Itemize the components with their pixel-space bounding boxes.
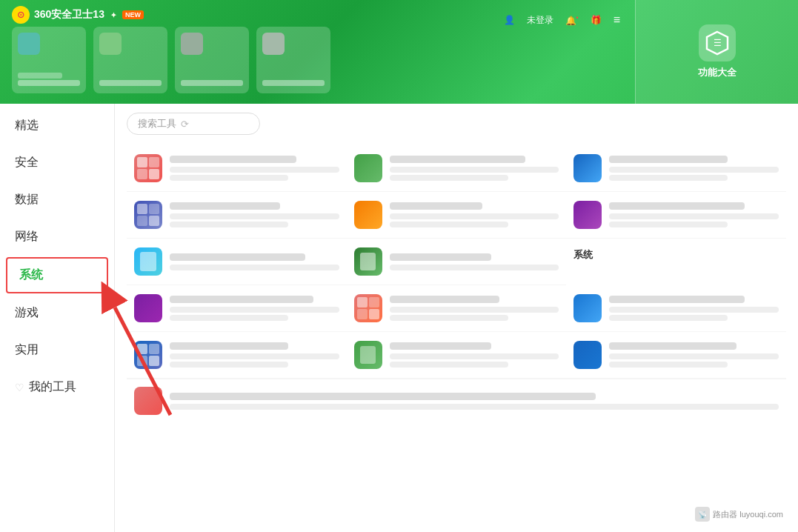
thumb-strip2-1 <box>18 73 62 79</box>
tool-item-3[interactable] <box>566 145 786 192</box>
app-title: 360安全卫士13 <box>34 8 104 21</box>
feature-label: 功能大全 <box>698 66 737 79</box>
bell-icon[interactable]: 🔔• <box>565 14 579 26</box>
header-nav-icons: 👤 未登录 🔔• 🎁 ≡ <box>504 13 621 27</box>
tool-item-9[interactable] <box>127 285 347 332</box>
tool-text-5 <box>390 202 559 227</box>
tool-text-13 <box>390 342 559 368</box>
tool-item-2[interactable] <box>347 145 567 192</box>
thumb-strip-1 <box>18 80 80 86</box>
tool-text-6 <box>609 202 779 227</box>
bottom-item-text <box>170 393 779 410</box>
watermark-text: 路由器 luyouqi.com <box>713 509 783 520</box>
xitong-label: 系统 <box>19 267 43 283</box>
tool-text-7 <box>170 253 339 270</box>
user-icon[interactable]: 👤 <box>504 15 515 25</box>
tool-item-11[interactable] <box>566 285 786 332</box>
header: ⊙ 360安全卫士13 ✦ NEW 👤 未登录 🔔• 🎁 ≡ <box>0 0 798 104</box>
login-text[interactable]: 未登录 <box>527 14 553 27</box>
header-thumb-4[interactable] <box>256 27 330 93</box>
menu-icon[interactable]: ≡ <box>614 13 620 27</box>
sidebar: 精选 安全 数据 网络 系统 游戏 实用 ♡ 我的工具 <box>0 104 115 532</box>
heart-icon: ♡ <box>15 382 24 393</box>
tool-text-11 <box>609 296 779 321</box>
tool-item-1[interactable] <box>127 145 347 192</box>
search-icon: ⟳ <box>181 119 189 130</box>
sidebar-item-anquan[interactable]: 安全 <box>0 144 114 182</box>
tool-text-2 <box>390 156 559 181</box>
thumb-icon-2 <box>99 33 122 55</box>
section-divider: 系统 <box>566 239 786 285</box>
shiyong-label: 实用 <box>15 342 39 358</box>
tool-item-13[interactable] <box>347 332 567 379</box>
tool-item-10[interactable] <box>347 285 567 332</box>
wangluo-label: 网络 <box>15 229 39 245</box>
gift-icon[interactable]: 🎁 <box>591 15 602 25</box>
search-bar: 搜索工具 ⟳ <box>127 113 786 135</box>
header-content <box>0 27 635 93</box>
tool-item-12[interactable] <box>127 332 347 379</box>
tool-item-5[interactable] <box>347 192 567 239</box>
tool-text-8 <box>390 253 559 270</box>
main-area: 精选 安全 数据 网络 系统 游戏 实用 ♡ 我的工具 <box>0 104 798 532</box>
header-thumb-3[interactable] <box>175 27 249 93</box>
anquan-label: 安全 <box>15 155 39 170</box>
tool-text-3 <box>609 156 779 181</box>
thumb-icon-1 <box>18 33 40 55</box>
header-thumb-1[interactable] <box>12 27 86 93</box>
tool-item-6[interactable] <box>566 192 786 239</box>
sidebar-item-youxi[interactable]: 游戏 <box>0 295 114 332</box>
sidebar-item-wangluo[interactable]: 网络 <box>0 219 114 256</box>
tool-item-8[interactable] <box>347 239 567 285</box>
sidebar-item-shuju[interactable]: 数据 <box>0 182 114 219</box>
tool-text-4 <box>170 202 339 227</box>
sidebar-item-xitong[interactable]: 系统 <box>6 257 108 293</box>
tool-text-12 <box>170 342 339 368</box>
new-badge: NEW <box>122 10 144 19</box>
tool-item-14[interactable] <box>566 332 786 379</box>
content-area: 搜索工具 ⟳ <box>115 104 798 532</box>
tool-item-4[interactable] <box>127 192 347 239</box>
thumb-icon-3 <box>181 33 203 55</box>
tool-text-14 <box>609 342 779 368</box>
tool-grid: 系统 <box>127 145 786 379</box>
thumb-icon-4 <box>262 33 285 55</box>
sidebar-item-shiyong[interactable]: 实用 <box>0 332 114 369</box>
app-logo[interactable]: ⊙ 360安全卫士13 ✦ NEW <box>12 6 144 24</box>
jingxuan-label: 精选 <box>15 118 39 133</box>
tool-text-1 <box>170 156 339 181</box>
watermark: 📡 路由器 luyouqi.com <box>689 505 789 523</box>
mytool-label: 我的工具 <box>29 379 76 395</box>
sidebar-item-jingxuan[interactable]: 精选 <box>0 107 114 144</box>
watermark-icon: 📡 <box>695 507 710 522</box>
search-placeholder: 搜索工具 <box>138 117 176 130</box>
feature-hex-icon: ☰ <box>699 24 736 61</box>
shuju-label: 数据 <box>15 192 39 207</box>
search-field[interactable]: 搜索工具 ⟳ <box>127 113 260 135</box>
thumb-strip-2 <box>99 80 162 86</box>
tool-text-10 <box>390 296 559 321</box>
sidebar-item-mytool[interactable]: ♡ 我的工具 <box>0 369 114 406</box>
youxi-label: 游戏 <box>15 305 39 321</box>
thumb-strip-4 <box>262 80 325 86</box>
tool-text-9 <box>170 296 339 321</box>
header-thumb-2[interactable] <box>93 27 167 93</box>
tool-item-7[interactable] <box>127 239 347 285</box>
feature-panel[interactable]: ☰ 功能大全 <box>635 0 798 104</box>
thumb-strip-3 <box>181 80 243 86</box>
svg-text:☰: ☰ <box>713 38 721 48</box>
bottom-item[interactable] <box>127 379 786 422</box>
logo-icon: ⊙ <box>12 6 30 24</box>
